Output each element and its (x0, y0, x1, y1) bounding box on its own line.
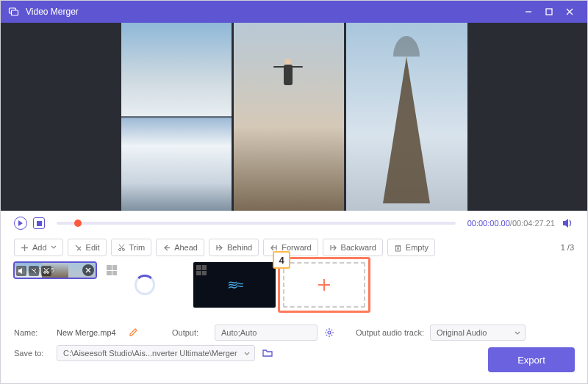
save-path-value: C:\Aiseesoft Studio\Ais...nverter Ultima… (63, 349, 237, 358)
name-label: Name: (14, 328, 51, 337)
clip-strip: 00:00:05 ≋≈ 4 (1, 259, 587, 318)
clip-edit-icon[interactable] (29, 266, 39, 276)
audio-label: Output audio track: (356, 328, 424, 337)
maximize-button[interactable] (539, 1, 559, 22)
save-label: Save to: (14, 349, 51, 358)
grid-icon (107, 265, 117, 275)
ahead-label: Ahead (174, 243, 198, 252)
current-time: 00:00:00.00 (467, 219, 510, 228)
preview-area (1, 23, 587, 211)
output-value: Auto;Auto (221, 328, 257, 337)
toolbar: Add Edit Trim Ahead Behind Forward Backw… (1, 236, 587, 259)
svg-rect-1 (12, 10, 18, 15)
name-value: New Merge.mp4 (57, 328, 123, 337)
ahead-button[interactable]: Ahead (156, 239, 204, 256)
play-button[interactable] (14, 217, 27, 230)
volume-icon[interactable] (561, 217, 574, 230)
output-select[interactable]: Auto;Auto (215, 325, 318, 341)
playback-bar: 00:00:00.00/00:04:27.21 (1, 211, 587, 236)
close-button[interactable] (559, 1, 580, 22)
svg-rect-7 (37, 221, 42, 226)
audio-value: Original Audio (437, 328, 487, 337)
add-clip-button[interactable] (283, 262, 365, 308)
app-title: Video Merger (26, 7, 79, 17)
backward-label: Backward (341, 243, 376, 252)
chevron-down-icon (514, 330, 520, 336)
page-current: 1 (561, 243, 565, 252)
app-window: Video Merger 00:00:00.00/00:04:27.21 (0, 0, 588, 384)
stop-button[interactable] (33, 217, 45, 229)
save-path-select[interactable]: C:\Aiseesoft Studio\Ais...nverter Ultima… (57, 345, 255, 361)
empty-label: Empty (406, 243, 429, 252)
svg-rect-3 (546, 9, 552, 15)
title-bar: Video Merger (1, 1, 587, 23)
clip-trim-icon[interactable] (41, 266, 51, 276)
svg-marker-6 (18, 220, 23, 226)
open-folder-icon[interactable] (261, 347, 274, 360)
chevron-down-icon (51, 244, 57, 250)
app-icon (8, 6, 20, 18)
backward-button[interactable]: Backward (323, 239, 383, 256)
pagination: 1 /3 (561, 243, 574, 252)
preview-pane-middle (234, 23, 344, 211)
svg-point-38 (328, 331, 331, 334)
clip-3[interactable]: ≋≈ (193, 262, 276, 308)
add-button[interactable]: Add (14, 239, 63, 256)
behind-label: Behind (227, 243, 252, 252)
behind-button[interactable]: Behind (209, 239, 259, 256)
preview-pane-right (346, 23, 467, 211)
svg-marker-31 (18, 268, 22, 274)
clip-1[interactable]: 00:00:05 (14, 262, 96, 278)
output-label: Output: (172, 328, 209, 337)
duration-time: 00:04:27.21 (512, 219, 555, 228)
trim-button[interactable]: Trim (111, 239, 152, 256)
edit-button[interactable]: Edit (68, 239, 107, 256)
preview-pane-left (121, 23, 232, 211)
chevron-down-icon (244, 351, 250, 357)
page-total: 3 (570, 243, 574, 252)
add-label: Add (32, 243, 47, 252)
export-button[interactable]: Export (488, 347, 575, 372)
forward-button[interactable]: Forward (263, 239, 318, 256)
trim-label: Trim (129, 243, 146, 252)
grid-icon (196, 265, 207, 275)
clip-remove-button[interactable] (82, 264, 94, 276)
audio-select[interactable]: Original Audio (430, 325, 526, 341)
export-label: Export (517, 355, 545, 366)
empty-button[interactable]: Empty (387, 239, 435, 256)
mute-icon[interactable] (16, 266, 26, 276)
svg-marker-8 (563, 219, 568, 228)
output-settings-icon[interactable] (323, 327, 335, 338)
seek-handle[interactable] (74, 220, 82, 227)
seek-track[interactable] (57, 222, 456, 225)
svg-rect-22 (395, 246, 400, 251)
edit-name-icon[interactable] (129, 327, 138, 338)
time-display: 00:00:00.00/00:04:27.21 (467, 219, 555, 228)
settings-panel: Name: New Merge.mp4 Output: Auto;Auto Ou… (1, 318, 587, 363)
clip-2[interactable] (104, 262, 186, 308)
step-callout: 4 (273, 251, 290, 269)
minimize-button[interactable] (518, 1, 539, 22)
edit-label: Edit (86, 243, 100, 252)
